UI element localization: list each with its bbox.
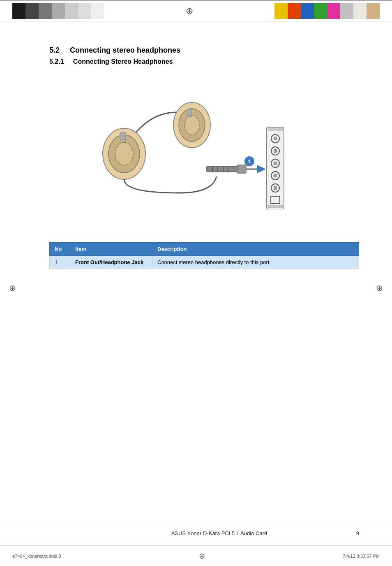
footer-bottom: e7404_xonarkara.indd 9 ⊕ 7/4/12 3:33:57 … <box>0 545 392 566</box>
connection-diagram: 1 <box>97 94 311 209</box>
section-521: 5.2.1 Connecting Stereo Headphones <box>49 58 359 65</box>
color-block <box>288 3 301 19</box>
svg-point-20 <box>274 149 277 153</box>
color-block <box>65 3 78 19</box>
footer: ASUS Xonar D-Kara PCI 5.1 Audio Card 9 <box>0 525 392 541</box>
color-block <box>353 3 367 19</box>
svg-point-24 <box>274 174 277 177</box>
color-block <box>25 3 39 19</box>
footer-center-text: ASUS Xonar D-Kara PCI 5.1 Audio Card <box>171 530 267 536</box>
section-52-title: 5.2 Connecting stereo headphones <box>49 46 180 54</box>
color-block <box>301 3 314 19</box>
table-header-row: No Item Description <box>50 243 359 256</box>
svg-point-5 <box>184 115 199 135</box>
reference-table: No Item Description 1 Front Out/Headphon… <box>49 242 359 269</box>
svg-rect-7 <box>187 109 192 117</box>
svg-point-22 <box>274 162 277 165</box>
right-crosshair-icon: ⊕ <box>376 283 383 293</box>
svg-point-2 <box>115 142 133 165</box>
footer-bottom-right: 7/4/12 3:33:57 PM <box>343 554 380 559</box>
svg-rect-28 <box>268 128 283 130</box>
color-block <box>78 3 91 19</box>
section-521-title: 5.2.1 Connecting Stereo Headphones <box>49 58 173 65</box>
color-strip-right <box>274 3 380 19</box>
color-block <box>327 3 340 19</box>
svg-point-26 <box>274 186 277 190</box>
footer-bottom-crosshair-icon: ⊕ <box>199 552 205 561</box>
main-content: 5.2 Connecting stereo headphones 5.2.1 C… <box>0 21 392 285</box>
header-no: No <box>50 243 70 256</box>
crosshair-icon: ⊕ <box>186 6 193 16</box>
cell-description: Connect stereo headphones directly to th… <box>152 256 359 269</box>
top-registration-bar: ⊕ <box>0 0 392 21</box>
diagram-area: 1 <box>49 86 359 218</box>
color-block <box>52 3 65 19</box>
color-strip-left <box>12 3 104 19</box>
color-block <box>314 3 327 19</box>
left-crosshair-icon: ⊕ <box>9 283 16 293</box>
color-block <box>367 3 380 19</box>
section-521-text: Connecting Stereo Headphones <box>73 58 173 65</box>
svg-rect-6 <box>120 132 126 141</box>
table-row: 1 Front Out/Headphone Jack Connect stere… <box>50 256 359 269</box>
svg-text:1: 1 <box>248 158 251 165</box>
color-block <box>91 3 104 19</box>
header-description: Description <box>152 243 359 256</box>
svg-rect-13 <box>237 165 246 173</box>
color-block <box>39 3 52 19</box>
footer-page-number: 9 <box>356 530 359 536</box>
section-52: 5.2 Connecting stereo headphones <box>49 46 359 55</box>
footer-bottom-left: e7404_xonarkara.indd 9 <box>12 554 61 559</box>
section-521-label: 5.2.1 <box>49 58 64 65</box>
svg-point-18 <box>274 137 277 140</box>
svg-marker-15 <box>257 165 266 173</box>
svg-rect-29 <box>268 205 283 208</box>
header-item: Item <box>70 243 152 256</box>
section-52-label: 5.2 <box>49 46 60 54</box>
cell-no: 1 <box>50 256 70 269</box>
color-block <box>12 3 25 19</box>
color-block <box>274 3 288 19</box>
section-52-text: Connecting stereo headphones <box>70 46 180 54</box>
cell-item: Front Out/Headphone Jack <box>70 256 152 269</box>
color-block <box>340 3 353 19</box>
